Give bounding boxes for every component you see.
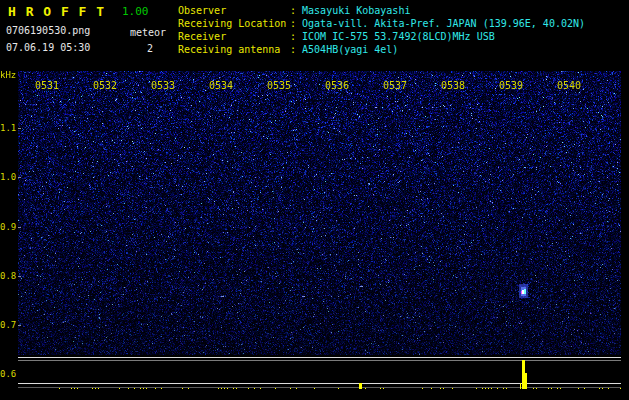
freq-axis-label: 1.1 [0, 123, 15, 133]
info-value: Masayuki Kobayashi [302, 4, 410, 17]
app-title: H R O F F T [8, 4, 105, 19]
spectrogram-canvas [18, 71, 621, 391]
info-value: ICOM IC-575 53.7492(8LCD)MHz USB [302, 30, 495, 43]
freq-axis-label: 0.9 [0, 222, 15, 232]
info-row-observer: Observer: Masayuki Kobayashi [178, 4, 585, 17]
time-axis-label: 0531 [33, 80, 61, 91]
info-row-location: Receiving Location: Ogata-vill. Akita-Pr… [178, 17, 585, 30]
freq-axis-label: 0.6 [0, 369, 15, 379]
observer-info: Observer: Masayuki Kobayashi Receiving L… [178, 4, 585, 56]
info-value: Ogata-vill. Akita-Pref. JAPAN (139.96E, … [302, 17, 585, 30]
freq-axis-unit: kHz [0, 70, 16, 80]
info-label: Receiving antenna [178, 43, 290, 56]
hrofft-window: H R O F F T 1.00 0706190530.png meteor 0… [0, 0, 629, 400]
freq-axis-label: 1.0 [0, 172, 15, 182]
info-colon: : [290, 17, 302, 30]
info-row-antenna: Receiving antenna: A504HB(yagi 4el) [178, 43, 585, 56]
time-axis-label: 0537 [381, 80, 409, 91]
time-axis-label: 0533 [149, 80, 177, 91]
mode-label: meteor [130, 27, 166, 38]
info-label: Receiver [178, 30, 290, 43]
filename: 0706190530.png [6, 25, 90, 36]
info-colon: : [290, 43, 302, 56]
freq-axis-label: 0.8 [0, 271, 15, 281]
freq-axis-label: 0.7 [0, 320, 15, 330]
time-axis-label: 0535 [265, 80, 293, 91]
info-value: A504HB(yagi 4el) [302, 43, 398, 56]
info-colon: : [290, 30, 302, 43]
time-axis-label: 0539 [497, 80, 525, 91]
time-axis-label: 0536 [323, 80, 351, 91]
timestamp: 07.06.19 05:30 [6, 42, 90, 53]
meteor-count: 2 [147, 43, 153, 54]
info-label: Observer [178, 4, 290, 17]
time-axis-label: 0540 [555, 80, 583, 91]
time-axis-label: 0538 [439, 80, 467, 91]
time-axis-label: 0534 [207, 80, 235, 91]
info-row-receiver: Receiver: ICOM IC-575 53.7492(8LCD)MHz U… [178, 30, 585, 43]
info-colon: : [290, 4, 302, 17]
app-version: 1.00 [122, 5, 149, 18]
info-label: Receiving Location [178, 17, 290, 30]
time-axis-label: 0532 [91, 80, 119, 91]
